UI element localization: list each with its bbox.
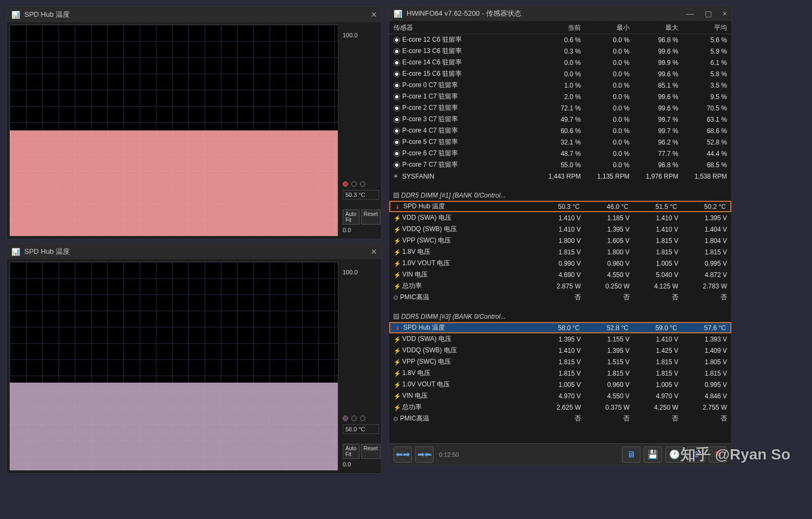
sensor-row[interactable]: PMIC高温否否否否 (389, 292, 731, 303)
sensor-name: ⚡VIN 电压 (389, 270, 536, 279)
sensor-avg: 0.995 V (683, 381, 731, 389)
app-icon: 📊 (11, 247, 20, 256)
sensor-min: 1,135 RPM (585, 173, 634, 180)
sensor-avg: 2.755 W (683, 404, 731, 411)
legend-dot-purple[interactable] (343, 416, 348, 421)
close-icon[interactable]: × (723, 9, 727, 18)
sensor-row[interactable]: 🌡SPD Hub 温度58.0 °C52.8 °C59.0 °C57.6 °C (389, 322, 731, 333)
current-value: 50.3 °C (343, 190, 379, 200)
sensor-row[interactable]: ⚡1.8V 电压1.815 V1.800 V1.815 V1.815 V (389, 246, 731, 258)
titlebar[interactable]: 📊 SPD Hub 温度 × (7, 244, 381, 259)
sensor-row[interactable]: ⚡VPP (SWC) 电压1.815 V1.515 V1.815 V1.805 … (389, 356, 731, 367)
sensor-row[interactable]: E-core 14 C6 驻留率0.0 %0.0 %99.9 %6.1 % (389, 57, 731, 68)
graph-window-1: 📊 SPD Hub 温度 × 100.0 50.3 °C Auto Fit Re… (6, 6, 382, 239)
sensor-row[interactable]: ⚡VDD (SWA) 电压1.395 V1.155 V1.410 V1.393 … (389, 333, 731, 345)
sensor-cur: 0.990 V (536, 260, 585, 267)
legend-dot[interactable] (351, 181, 357, 187)
sensor-row[interactable]: P-core 2 C7 驻留率72.1 %0.0 %99.6 %70.5 % (389, 102, 731, 114)
auto-fit-button[interactable]: Auto Fit (343, 209, 359, 225)
reset-button[interactable]: Reset (361, 444, 381, 459)
sensor-max: 1,976 RPM (634, 173, 683, 180)
sensor-row[interactable]: ⚡VDDQ (SWB) 电压1.410 V1.395 V1.425 V1.409… (389, 345, 731, 356)
sensor-table[interactable]: E-core 12 C6 驻留率0.6 %0.0 %96.8 %5.6 %E-c… (389, 34, 731, 443)
sensor-min: 52.8 °C (584, 324, 633, 332)
header-sensor[interactable]: 传感器 (389, 21, 536, 34)
graph-plot[interactable] (9, 261, 338, 471)
legend-dot[interactable] (360, 181, 365, 187)
sensor-avg: 3.5 % (683, 82, 731, 89)
sensor-cur: 0.0 % (536, 70, 585, 78)
sensor-cur: 1.410 V (536, 226, 585, 233)
sensor-row[interactable]: E-core 13 C6 驻留率0.3 %0.0 %99.6 %5.9 % (389, 45, 731, 57)
sensor-cur: 50.3 °C (535, 203, 584, 211)
scale-min: 0.0 (343, 461, 379, 468)
scale-max: 100.0 (343, 32, 379, 38)
expand-tree-button[interactable]: ⬅➡ (394, 446, 412, 463)
sensor-row[interactable]: ⚡总功率2.625 W0.375 W4.250 W2.755 W (389, 402, 731, 413)
sensor-row[interactable]: 🌡SPD Hub 温度50.3 °C46.0 °C51.5 °C50.2 °C (389, 201, 731, 212)
sensor-max: 99.6 % (634, 104, 683, 112)
sensor-row[interactable]: DDR5 DIMM [#3] (BANK 0/Control... (389, 311, 731, 322)
sensor-avg: 1.815 V (683, 370, 731, 377)
header-avg[interactable]: 平均 (683, 21, 731, 34)
sensor-row[interactable]: ⚡VPP (SWC) 电压1.800 V1.605 V1.815 V1.804 … (389, 235, 731, 246)
sensor-row[interactable]: ⚡VIN 电压4.690 V4.550 V5.040 V4.872 V (389, 269, 731, 280)
sensor-row[interactable]: ✳SYSFANIN1,443 RPM1,135 RPM1,976 RPM1,53… (389, 170, 731, 182)
sensor-row[interactable]: ⚡VDD (SWA) 电压1.410 V1.185 V1.410 V1.395 … (389, 212, 731, 224)
graph-plot[interactable] (9, 24, 338, 236)
sensor-name: ⚡VDDQ (SWB) 电压 (389, 225, 536, 234)
header-max[interactable]: 最大 (634, 21, 683, 34)
sensor-name: P-core 2 C7 驻留率 (389, 103, 536, 113)
collapse-tree-button[interactable]: ➡⬅ (415, 446, 434, 463)
close-icon[interactable]: × (371, 9, 377, 21)
legend-dot[interactable] (360, 416, 365, 421)
sensor-avg: 6.1 % (683, 59, 731, 67)
save-button[interactable]: 💾 (644, 446, 662, 463)
sensor-name: PMIC高温 (389, 414, 536, 423)
sensor-name: 🌡SPD Hub 温度 (390, 202, 535, 211)
sensor-row[interactable]: P-core 1 C7 驻留率2.0 %0.0 %99.6 %9.5 % (389, 91, 731, 102)
sensor-row[interactable]: ⚡1.0V VOUT 电压1.005 V0.960 V1.005 V0.995 … (389, 379, 731, 390)
legend-dot[interactable] (351, 416, 357, 421)
sensor-row[interactable]: E-core 15 C6 驻留率0.0 %0.0 %99.6 %5.8 % (389, 68, 731, 80)
sensor-row[interactable]: P-core 5 C7 驻留率32.1 %0.0 %96.2 %52.8 % (389, 136, 731, 148)
reset-button[interactable]: Reset (361, 209, 381, 225)
sensor-row[interactable]: P-core 0 C7 驻留率1.0 %0.0 %85.1 %3.5 % (389, 80, 731, 91)
settings-button[interactable]: ⚙ (687, 446, 705, 463)
clock-button[interactable]: 🕐 (665, 446, 684, 463)
auto-fit-button[interactable]: Auto Fit (343, 444, 359, 459)
sensor-row[interactable]: ⚡VIN 电压4.970 V4.550 V4.970 V4.846 V (389, 390, 731, 402)
sensor-row[interactable]: ⚡总功率2.875 W0.250 W4.125 W2.783 W (389, 280, 731, 292)
sensor-row[interactable]: E-core 12 C6 驻留率0.6 %0.0 %96.8 %5.6 % (389, 34, 731, 45)
maximize-icon[interactable]: ▢ (705, 9, 712, 18)
sensor-row[interactable]: ⚡VDDQ (SWB) 电压1.410 V1.395 V1.410 V1.404… (389, 224, 731, 235)
minimize-icon[interactable]: — (686, 9, 694, 18)
sensor-row[interactable]: P-core 6 C7 驻留率48.7 %0.0 %77.7 %44.4 % (389, 148, 731, 159)
close-icon[interactable]: × (371, 246, 377, 258)
close-button[interactable]: ✖ (709, 446, 727, 463)
sensor-row[interactable]: ⚡1.8V 电压1.815 V1.815 V1.815 V1.815 V (389, 367, 731, 379)
sensor-row[interactable]: P-core 3 C7 驻留率49.7 %0.0 %99.7 %63.1 % (389, 114, 731, 125)
titlebar[interactable]: 📊 HWiNFO64 v7.62-5200 - 传感器状态 — ▢ × (389, 6, 731, 21)
sensor-name: ⚡VDD (SWA) 电压 (389, 213, 536, 222)
sensor-min: 0.0 % (585, 116, 634, 123)
header-current[interactable]: 当前 (536, 21, 585, 34)
sensor-min: 1.395 V (585, 347, 634, 354)
sensor-min: 1.185 V (585, 214, 634, 222)
sensor-min: 1.395 V (585, 226, 634, 233)
sensor-max: 1.005 V (634, 260, 683, 267)
sensor-row[interactable]: DDR5 DIMM [#1] (BANK 0/Control... (389, 189, 731, 201)
sensor-row[interactable]: P-core 7 C7 驻留率55.0 %0.0 %96.8 %68.5 % (389, 159, 731, 170)
titlebar[interactable]: 📊 SPD Hub 温度 × (7, 7, 381, 22)
sensor-row[interactable]: P-core 4 C7 驻留率60.6 %0.0 %99.7 %68.6 % (389, 125, 731, 136)
legend-dot-red[interactable] (343, 181, 348, 187)
header-min[interactable]: 最小 (585, 21, 634, 34)
sensor-min: 0.0 % (585, 161, 634, 169)
sensor-row[interactable]: PMIC高温否否否否 (389, 413, 731, 424)
sensor-avg: 52.8 % (683, 139, 731, 146)
sensor-min: 0.250 W (585, 283, 634, 290)
monitor-button[interactable]: 🖥 (622, 446, 640, 463)
sensor-name: E-core 13 C6 驻留率 (389, 47, 536, 56)
sensor-row[interactable]: ⚡1.0V VOUT 电压0.990 V0.960 V1.005 V0.995 … (389, 258, 731, 269)
sensor-avg: 70.5 % (683, 104, 731, 112)
